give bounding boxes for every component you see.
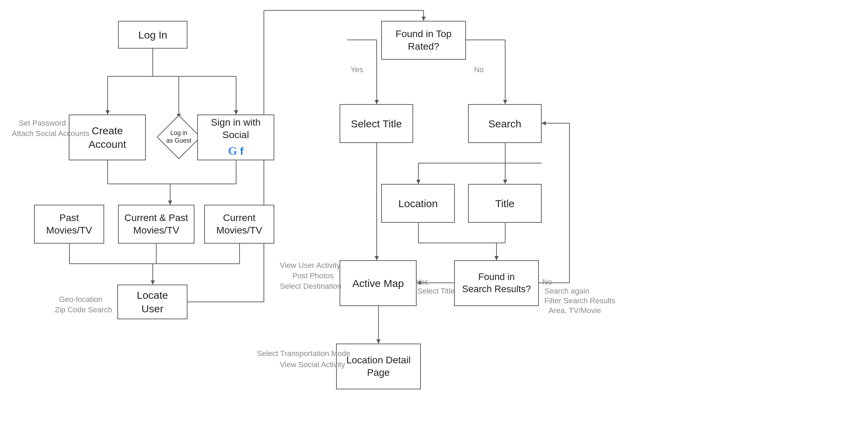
zip-code-label: Zip Code Search — [55, 305, 112, 314]
select-destination-label: Select Destination — [280, 282, 341, 291]
search-again-label: Search again — [544, 287, 590, 296]
no-search-label: No — [542, 278, 552, 287]
flowchart-container: Log In CreateAccount Log inas Guest Sign… — [0, 0, 868, 431]
svg-marker-3 — [106, 110, 110, 115]
title-node: Title — [468, 184, 542, 223]
attach-social-label: Attach Social Accounts — [12, 129, 90, 138]
sign-in-social-node: Sign in withSocial G f — [197, 115, 274, 160]
no-top-label: No — [474, 65, 484, 74]
current-movies-node: CurrentMovies/TV — [204, 205, 274, 244]
svg-marker-28 — [375, 100, 379, 104]
select-title-search-label: Select Title — [417, 287, 455, 296]
found-search-label: Found inSearch Results? — [462, 271, 531, 295]
svg-marker-7 — [234, 110, 238, 115]
search-node: Search — [468, 104, 542, 143]
svg-marker-37 — [416, 180, 420, 184]
title-label: Title — [495, 197, 515, 210]
current-movies-label: CurrentMovies/TV — [216, 212, 262, 237]
location-detail-label: Location DetailPage — [346, 354, 410, 379]
location-node: Location — [381, 184, 455, 223]
found-top-rated-node: Found in TopRated? — [381, 21, 466, 60]
locate-user-label: LocateUser — [137, 288, 168, 315]
svg-marker-50 — [542, 121, 546, 125]
geo-location-label: Geo-location — [59, 295, 102, 304]
guest-label: Log inas Guest — [166, 129, 191, 144]
svg-marker-16 — [168, 201, 172, 205]
post-photos-label: Post Photos — [292, 271, 334, 280]
select-title-node: Select Title — [340, 104, 413, 143]
facebook-icon: f — [240, 144, 243, 158]
google-icon: G — [228, 143, 237, 159]
current-past-movies-label: Current & PastMovies/TV — [124, 212, 188, 237]
yes-top-label: Yes — [351, 65, 363, 74]
sign-in-social-label: Sign in withSocial — [211, 116, 260, 142]
svg-marker-44 — [494, 256, 499, 260]
yes-search-label: Yes — [416, 278, 428, 287]
social-icons: G f — [228, 143, 243, 159]
area-tv-label: Area, TV/Movie — [549, 306, 601, 315]
set-password-label: Set Password — [19, 119, 66, 128]
select-title-label: Select Title — [351, 117, 402, 130]
create-account-label: CreateAccount — [89, 124, 126, 151]
view-social-label: View Social Activity — [280, 360, 345, 369]
past-movies-label: PastMovies/TV — [46, 212, 92, 237]
locate-user-node: LocateUser — [117, 285, 187, 319]
location-label: Location — [398, 197, 437, 210]
login-label: Log In — [138, 28, 167, 42]
svg-marker-52 — [376, 339, 381, 344]
search-label: Search — [488, 117, 521, 130]
svg-marker-39 — [503, 180, 507, 184]
svg-marker-56 — [422, 17, 426, 21]
active-map-node: Active Map — [340, 260, 417, 306]
found-top-rated-label: Found in TopRated? — [395, 28, 451, 53]
found-search-node: Found inSearch Results? — [454, 260, 539, 306]
past-movies-node: PastMovies/TV — [34, 205, 104, 244]
current-past-movies-node: Current & PastMovies/TV — [118, 205, 194, 244]
filter-search-label: Filter Search Results — [544, 296, 615, 305]
guest-diamond-node: Log inas Guest — [157, 115, 201, 159]
active-map-label: Active Map — [352, 277, 404, 290]
svg-marker-31 — [503, 100, 507, 104]
svg-marker-22 — [151, 280, 155, 285]
svg-marker-33 — [375, 256, 379, 260]
select-transport-label: Select Transportation Mode — [257, 349, 350, 358]
login-node: Log In — [118, 21, 187, 49]
view-user-activity-label: View User Activity — [280, 261, 340, 270]
